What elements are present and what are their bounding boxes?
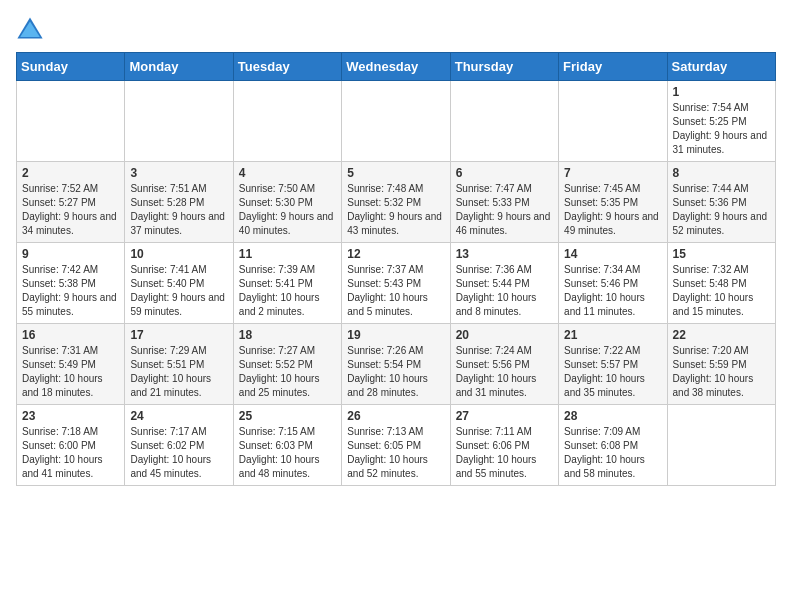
weekday-header: Sunday (17, 53, 125, 81)
calendar-cell: 25Sunrise: 7:15 AM Sunset: 6:03 PM Dayli… (233, 405, 341, 486)
day-number: 8 (673, 166, 770, 180)
day-number: 27 (456, 409, 553, 423)
day-info: Sunrise: 7:15 AM Sunset: 6:03 PM Dayligh… (239, 425, 336, 481)
day-info: Sunrise: 7:32 AM Sunset: 5:48 PM Dayligh… (673, 263, 770, 319)
day-number: 28 (564, 409, 661, 423)
day-info: Sunrise: 7:17 AM Sunset: 6:02 PM Dayligh… (130, 425, 227, 481)
calendar-table: SundayMondayTuesdayWednesdayThursdayFrid… (16, 52, 776, 486)
calendar-cell (125, 81, 233, 162)
day-number: 18 (239, 328, 336, 342)
calendar-cell (559, 81, 667, 162)
day-info: Sunrise: 7:11 AM Sunset: 6:06 PM Dayligh… (456, 425, 553, 481)
calendar-week-row: 1Sunrise: 7:54 AM Sunset: 5:25 PM Daylig… (17, 81, 776, 162)
day-info: Sunrise: 7:52 AM Sunset: 5:27 PM Dayligh… (22, 182, 119, 238)
day-info: Sunrise: 7:44 AM Sunset: 5:36 PM Dayligh… (673, 182, 770, 238)
day-number: 22 (673, 328, 770, 342)
calendar-header-row: SundayMondayTuesdayWednesdayThursdayFrid… (17, 53, 776, 81)
calendar-cell: 3Sunrise: 7:51 AM Sunset: 5:28 PM Daylig… (125, 162, 233, 243)
day-info: Sunrise: 7:18 AM Sunset: 6:00 PM Dayligh… (22, 425, 119, 481)
day-info: Sunrise: 7:31 AM Sunset: 5:49 PM Dayligh… (22, 344, 119, 400)
calendar-cell: 18Sunrise: 7:27 AM Sunset: 5:52 PM Dayli… (233, 324, 341, 405)
day-info: Sunrise: 7:20 AM Sunset: 5:59 PM Dayligh… (673, 344, 770, 400)
day-number: 5 (347, 166, 444, 180)
calendar-cell: 1Sunrise: 7:54 AM Sunset: 5:25 PM Daylig… (667, 81, 775, 162)
calendar-cell: 13Sunrise: 7:36 AM Sunset: 5:44 PM Dayli… (450, 243, 558, 324)
day-number: 1 (673, 85, 770, 99)
day-info: Sunrise: 7:54 AM Sunset: 5:25 PM Dayligh… (673, 101, 770, 157)
page-header (16, 16, 776, 44)
day-number: 4 (239, 166, 336, 180)
calendar-cell: 28Sunrise: 7:09 AM Sunset: 6:08 PM Dayli… (559, 405, 667, 486)
calendar-cell: 20Sunrise: 7:24 AM Sunset: 5:56 PM Dayli… (450, 324, 558, 405)
day-info: Sunrise: 7:09 AM Sunset: 6:08 PM Dayligh… (564, 425, 661, 481)
day-info: Sunrise: 7:50 AM Sunset: 5:30 PM Dayligh… (239, 182, 336, 238)
day-info: Sunrise: 7:37 AM Sunset: 5:43 PM Dayligh… (347, 263, 444, 319)
calendar-cell: 27Sunrise: 7:11 AM Sunset: 6:06 PM Dayli… (450, 405, 558, 486)
calendar-week-row: 2Sunrise: 7:52 AM Sunset: 5:27 PM Daylig… (17, 162, 776, 243)
calendar-week-row: 16Sunrise: 7:31 AM Sunset: 5:49 PM Dayli… (17, 324, 776, 405)
day-number: 7 (564, 166, 661, 180)
day-number: 26 (347, 409, 444, 423)
calendar-cell: 8Sunrise: 7:44 AM Sunset: 5:36 PM Daylig… (667, 162, 775, 243)
calendar-cell: 12Sunrise: 7:37 AM Sunset: 5:43 PM Dayli… (342, 243, 450, 324)
day-number: 3 (130, 166, 227, 180)
day-info: Sunrise: 7:26 AM Sunset: 5:54 PM Dayligh… (347, 344, 444, 400)
day-number: 9 (22, 247, 119, 261)
calendar-cell: 15Sunrise: 7:32 AM Sunset: 5:48 PM Dayli… (667, 243, 775, 324)
weekday-header: Wednesday (342, 53, 450, 81)
logo (16, 16, 48, 44)
day-info: Sunrise: 7:24 AM Sunset: 5:56 PM Dayligh… (456, 344, 553, 400)
calendar-cell (233, 81, 341, 162)
calendar-cell: 11Sunrise: 7:39 AM Sunset: 5:41 PM Dayli… (233, 243, 341, 324)
calendar-cell: 21Sunrise: 7:22 AM Sunset: 5:57 PM Dayli… (559, 324, 667, 405)
day-number: 17 (130, 328, 227, 342)
day-number: 10 (130, 247, 227, 261)
calendar-cell (17, 81, 125, 162)
calendar-cell: 14Sunrise: 7:34 AM Sunset: 5:46 PM Dayli… (559, 243, 667, 324)
day-number: 23 (22, 409, 119, 423)
day-info: Sunrise: 7:42 AM Sunset: 5:38 PM Dayligh… (22, 263, 119, 319)
day-info: Sunrise: 7:39 AM Sunset: 5:41 PM Dayligh… (239, 263, 336, 319)
day-info: Sunrise: 7:51 AM Sunset: 5:28 PM Dayligh… (130, 182, 227, 238)
calendar-cell: 6Sunrise: 7:47 AM Sunset: 5:33 PM Daylig… (450, 162, 558, 243)
day-number: 11 (239, 247, 336, 261)
weekday-header: Monday (125, 53, 233, 81)
day-number: 12 (347, 247, 444, 261)
day-info: Sunrise: 7:22 AM Sunset: 5:57 PM Dayligh… (564, 344, 661, 400)
day-number: 24 (130, 409, 227, 423)
day-number: 19 (347, 328, 444, 342)
calendar-cell: 7Sunrise: 7:45 AM Sunset: 5:35 PM Daylig… (559, 162, 667, 243)
calendar-cell: 24Sunrise: 7:17 AM Sunset: 6:02 PM Dayli… (125, 405, 233, 486)
calendar-cell: 4Sunrise: 7:50 AM Sunset: 5:30 PM Daylig… (233, 162, 341, 243)
weekday-header: Tuesday (233, 53, 341, 81)
weekday-header: Friday (559, 53, 667, 81)
calendar-cell: 17Sunrise: 7:29 AM Sunset: 5:51 PM Dayli… (125, 324, 233, 405)
calendar-week-row: 23Sunrise: 7:18 AM Sunset: 6:00 PM Dayli… (17, 405, 776, 486)
day-number: 13 (456, 247, 553, 261)
day-number: 15 (673, 247, 770, 261)
calendar-cell: 2Sunrise: 7:52 AM Sunset: 5:27 PM Daylig… (17, 162, 125, 243)
logo-icon (16, 16, 44, 44)
calendar-cell: 10Sunrise: 7:41 AM Sunset: 5:40 PM Dayli… (125, 243, 233, 324)
day-info: Sunrise: 7:47 AM Sunset: 5:33 PM Dayligh… (456, 182, 553, 238)
day-info: Sunrise: 7:48 AM Sunset: 5:32 PM Dayligh… (347, 182, 444, 238)
day-info: Sunrise: 7:45 AM Sunset: 5:35 PM Dayligh… (564, 182, 661, 238)
day-number: 16 (22, 328, 119, 342)
calendar-cell (342, 81, 450, 162)
day-number: 6 (456, 166, 553, 180)
weekday-header: Saturday (667, 53, 775, 81)
day-info: Sunrise: 7:27 AM Sunset: 5:52 PM Dayligh… (239, 344, 336, 400)
calendar-cell: 9Sunrise: 7:42 AM Sunset: 5:38 PM Daylig… (17, 243, 125, 324)
calendar-cell: 26Sunrise: 7:13 AM Sunset: 6:05 PM Dayli… (342, 405, 450, 486)
calendar-cell: 19Sunrise: 7:26 AM Sunset: 5:54 PM Dayli… (342, 324, 450, 405)
calendar-cell (450, 81, 558, 162)
day-info: Sunrise: 7:41 AM Sunset: 5:40 PM Dayligh… (130, 263, 227, 319)
calendar-cell: 16Sunrise: 7:31 AM Sunset: 5:49 PM Dayli… (17, 324, 125, 405)
day-number: 21 (564, 328, 661, 342)
calendar-week-row: 9Sunrise: 7:42 AM Sunset: 5:38 PM Daylig… (17, 243, 776, 324)
day-info: Sunrise: 7:34 AM Sunset: 5:46 PM Dayligh… (564, 263, 661, 319)
day-info: Sunrise: 7:29 AM Sunset: 5:51 PM Dayligh… (130, 344, 227, 400)
day-number: 20 (456, 328, 553, 342)
calendar-cell: 5Sunrise: 7:48 AM Sunset: 5:32 PM Daylig… (342, 162, 450, 243)
day-number: 2 (22, 166, 119, 180)
